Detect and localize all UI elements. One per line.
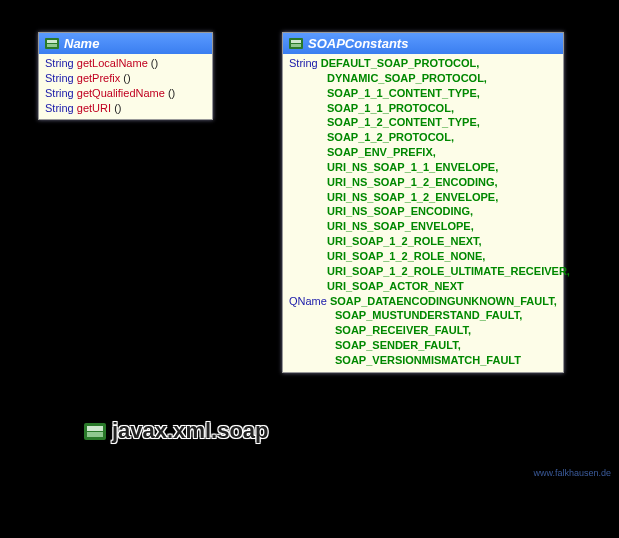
constant-name: SOAP_MUSTUNDERSTAND_FAULT,: [289, 308, 557, 323]
method-name: getURI: [77, 102, 111, 114]
return-type: String: [45, 102, 74, 114]
class-header-soapconstants: SOAPConstants: [283, 33, 563, 54]
class-box-soapconstants: SOAPConstants String DEFAULT_SOAP_PROTOC…: [282, 32, 564, 373]
constant-name: SOAP_1_1_CONTENT_TYPE,: [289, 86, 557, 101]
class-title: SOAPConstants: [308, 36, 408, 51]
method-sig: (): [151, 57, 158, 69]
class-title: Name: [64, 36, 99, 51]
constant-name: URI_SOAP_1_2_ROLE_NONE,: [289, 249, 557, 264]
constant-name: URI_SOAP_ACTOR_NEXT: [289, 279, 557, 294]
svg-rect-7: [87, 426, 103, 431]
return-type: String: [45, 57, 74, 69]
method-sig: (): [114, 102, 121, 114]
constant-name: SOAP_DATAENCODINGUNKNOWN_FAULT,: [330, 295, 557, 307]
svg-rect-3: [289, 38, 303, 49]
package-label: javax.xml.soap: [84, 418, 269, 444]
constant-name: URI_NS_SOAP_ENCODING,: [289, 204, 557, 219]
class-header-name: Name: [39, 33, 212, 54]
method-row: String getPrefix (): [45, 71, 206, 86]
constant-name: SOAP_SENDER_FAULT,: [289, 338, 557, 353]
method-name: getLocalName: [77, 57, 148, 69]
constant-row: String DEFAULT_SOAP_PROTOCOL,: [289, 56, 557, 71]
method-name: getQualifiedName: [77, 87, 165, 99]
svg-rect-8: [87, 432, 103, 437]
svg-rect-2: [47, 44, 57, 47]
constant-name: SOAP_1_2_CONTENT_TYPE,: [289, 115, 557, 130]
svg-rect-0: [45, 38, 59, 49]
field-type: String: [289, 57, 318, 69]
constant-name: SOAP_VERSIONMISMATCH_FAULT: [289, 353, 557, 368]
return-type: String: [45, 87, 74, 99]
method-row: String getLocalName (): [45, 56, 206, 71]
package-icon: [84, 423, 106, 440]
svg-rect-6: [84, 423, 106, 440]
constant-name: URI_NS_SOAP_1_1_ENVELOPE,: [289, 160, 557, 175]
constant-name: SOAP_1_1_PROTOCOL,: [289, 101, 557, 116]
interface-icon: [289, 38, 303, 49]
svg-rect-4: [291, 40, 301, 43]
svg-rect-1: [47, 40, 57, 43]
method-row: String getQualifiedName (): [45, 86, 206, 101]
method-name: getPrefix: [77, 72, 120, 84]
constant-name: URI_NS_SOAP_1_2_ENVELOPE,: [289, 190, 557, 205]
return-type: String: [45, 72, 74, 84]
constant-name: URI_NS_SOAP_ENVELOPE,: [289, 219, 557, 234]
constant-name: DYNAMIC_SOAP_PROTOCOL,: [289, 71, 557, 86]
constant-name: URI_NS_SOAP_1_2_ENCODING,: [289, 175, 557, 190]
constant-row: QName SOAP_DATAENCODINGUNKNOWN_FAULT,: [289, 294, 557, 309]
constant-name: URI_SOAP_1_2_ROLE_NEXT,: [289, 234, 557, 249]
package-name: javax.xml.soap: [112, 418, 269, 444]
constant-name: DEFAULT_SOAP_PROTOCOL,: [321, 57, 480, 69]
watermark: www.falkhausen.de: [533, 468, 611, 478]
constant-name: URI_SOAP_1_2_ROLE_ULTIMATE_RECEIVER,: [289, 264, 557, 279]
class-body-name: String getLocalName () String getPrefix …: [39, 54, 212, 119]
method-row: String getURI (): [45, 101, 206, 116]
constant-name: SOAP_RECEIVER_FAULT,: [289, 323, 557, 338]
class-body-soapconstants: String DEFAULT_SOAP_PROTOCOL, DYNAMIC_SO…: [283, 54, 563, 372]
constant-name: SOAP_1_2_PROTOCOL, SOAP_ENV_PREFIX,: [289, 130, 557, 160]
field-type: QName: [289, 295, 327, 307]
method-sig: (): [123, 72, 130, 84]
svg-rect-5: [291, 44, 301, 47]
method-sig: (): [168, 87, 175, 99]
interface-icon: [45, 38, 59, 49]
class-box-name: Name String getLocalName () String getPr…: [38, 32, 213, 120]
